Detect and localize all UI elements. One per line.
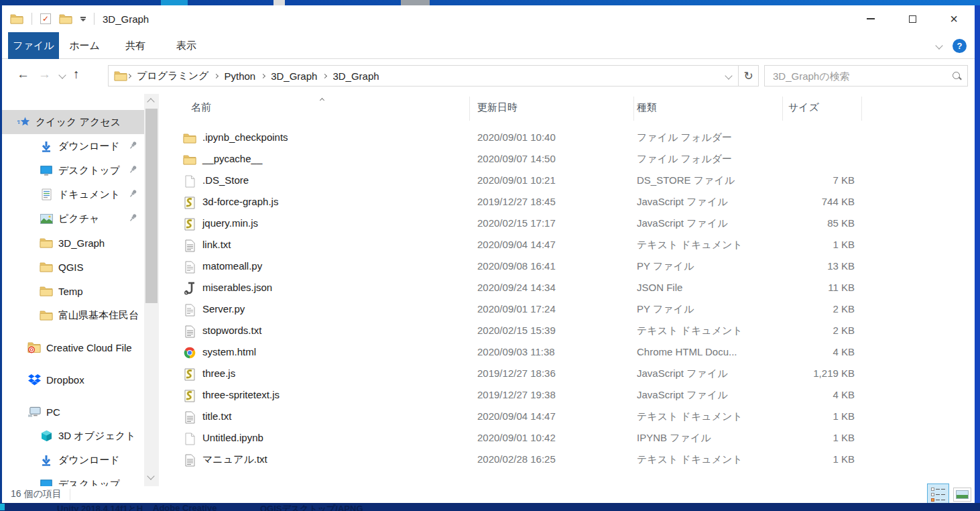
file-row[interactable]: マニュアル.txt2020/02/28 16:25テキスト ドキュメント1 KB xyxy=(161,449,975,471)
sidebar-item-label: 3D_Graph xyxy=(58,237,105,249)
pc-icon xyxy=(27,405,41,418)
sidebar-item-デスクトップ[interactable]: デスクトップ xyxy=(2,158,144,182)
tab-share[interactable]: 共有 xyxy=(110,32,161,59)
chevron-right-icon[interactable] xyxy=(127,73,131,78)
breadcrumb-segment[interactable]: 3D_Graph xyxy=(332,70,379,82)
file-row[interactable]: title.txt2020/09/04 14:47テキスト ドキュメント1 KB xyxy=(161,406,975,428)
sidebar-item-ダウンロード[interactable]: ダウンロード xyxy=(2,448,144,472)
breadcrumb-segment[interactable]: Python xyxy=(224,70,255,82)
up-button[interactable]: ↑ xyxy=(73,67,80,82)
desktop-top-strip xyxy=(0,0,980,5)
column-header-size[interactable]: サイズ xyxy=(788,101,819,114)
tab-view[interactable]: 表示 xyxy=(161,32,212,59)
breadcrumb-segment[interactable]: プログラミング xyxy=(137,70,208,82)
file-list: 名前 更新日時 種類 サイズ .ipynb_checkpoints2020/09… xyxy=(161,94,975,486)
search-input[interactable] xyxy=(773,70,952,82)
minimize-button[interactable] xyxy=(850,5,892,32)
file-size: 1 KB xyxy=(755,432,855,443)
column-divider[interactable] xyxy=(469,97,470,121)
file-row[interactable]: three.js2019/12/27 18:36JavaScript ファイル1… xyxy=(161,363,975,385)
customize-toolbar-caret-icon[interactable] xyxy=(80,19,86,21)
separator xyxy=(70,489,70,500)
file-name: link.txt xyxy=(202,239,231,250)
chevron-right-icon[interactable] xyxy=(261,73,265,78)
file-row[interactable]: Server.py2020/09/01 17:24PY ファイル2 KB xyxy=(161,299,975,321)
address-dropdown-button[interactable] xyxy=(719,66,738,86)
sidebar-item-ピクチャ[interactable]: ピクチャ xyxy=(2,207,144,231)
sidebar-item-3D_Graph[interactable]: 3D_Graph xyxy=(2,231,144,255)
refresh-button[interactable]: ↻ xyxy=(738,66,758,86)
file-row[interactable]: miserables.json2020/09/24 14:34JSON File… xyxy=(161,278,975,299)
collapse-ribbon-chevron-icon[interactable] xyxy=(935,42,942,49)
desktop-right-strip xyxy=(975,5,980,503)
search-icon[interactable] xyxy=(952,71,962,81)
chevron-right-icon[interactable] xyxy=(214,73,219,78)
sidebar-item-デスクトップ[interactable]: デスクトップ xyxy=(2,472,144,486)
folder-icon xyxy=(114,69,127,82)
sidebar-item-Creative Cloud File[interactable]: Creative Cloud File xyxy=(2,335,144,359)
file-row[interactable]: three-spritetext.js2019/12/27 19:38JavaS… xyxy=(161,385,975,406)
file-size: 85 KB xyxy=(755,217,855,229)
sidebar-item-3D オブジェクト[interactable]: 3D オブジェクト xyxy=(2,424,144,448)
address-bar[interactable]: プログラミングPython3D_Graph3D_Graph ↻ xyxy=(108,65,759,87)
column-divider[interactable] xyxy=(633,97,634,121)
sidebar-item-Dropbox[interactable]: Dropbox xyxy=(2,367,144,392)
properties-check-icon[interactable]: ✓ xyxy=(40,13,51,24)
sidebar-item-ダウンロード[interactable]: ダウンロード xyxy=(2,134,144,158)
column-header-date[interactable]: 更新日時 xyxy=(477,101,517,114)
large-icons-view-button[interactable] xyxy=(953,488,971,502)
column-divider[interactable] xyxy=(782,97,783,121)
file-row[interactable]: system.html2020/09/03 11:38Chrome HTML D… xyxy=(161,342,975,363)
pin-icon xyxy=(129,141,138,152)
file-date-modified: 2019/12/27 19:38 xyxy=(477,389,556,400)
scroll-down-icon[interactable] xyxy=(147,472,154,479)
sidebar-item-QGIS[interactable]: QGIS xyxy=(2,255,144,279)
ribbon-tab-row: ファイルホーム共有表示 ? xyxy=(2,32,975,59)
sidebar-item-富山県基本住民台[interactable]: 富山県基本住民台 xyxy=(2,303,144,327)
sidebar-item-label: 3D オブジェクト xyxy=(58,430,135,443)
chevron-right-icon[interactable] xyxy=(322,73,327,78)
file-date-modified: 2020/02/15 15:39 xyxy=(477,325,556,336)
close-button[interactable]: × xyxy=(933,5,975,32)
scroll-up-icon[interactable] xyxy=(147,98,154,105)
folder-icon xyxy=(40,308,53,322)
file-date-modified: 2020/09/01 10:21 xyxy=(477,174,556,186)
file-row[interactable]: stopwords.txt2020/02/15 15:39テキスト ドキュメント… xyxy=(161,321,975,342)
sidebar-scrollbar[interactable] xyxy=(144,94,159,486)
file-row[interactable]: matomeall.py2020/09/08 16:41PY ファイル13 KB xyxy=(161,256,975,278)
file-row[interactable]: .DS_Store2020/09/01 10:21DS_STORE ファイル7 … xyxy=(161,170,975,192)
help-icon[interactable]: ? xyxy=(953,39,967,53)
back-button[interactable]: ← xyxy=(17,67,29,82)
column-header-type[interactable]: 種類 xyxy=(637,101,657,114)
sidebar-item-ドキュメント[interactable]: ドキュメント xyxy=(2,182,144,207)
sidebar-item-Temp[interactable]: Temp xyxy=(2,279,144,303)
status-bar: 16 個の項目 xyxy=(2,486,975,503)
column-header-name[interactable]: 名前 xyxy=(191,101,211,114)
recent-locations-chevron-icon[interactable] xyxy=(58,71,66,78)
search-box[interactable] xyxy=(764,65,968,87)
breadcrumb-segment[interactable]: 3D_Graph xyxy=(271,70,317,82)
file-row[interactable]: .ipynb_checkpoints2020/09/01 10:40ファイル フ… xyxy=(161,127,975,149)
file-row[interactable]: 3d-force-graph.js2019/12/27 18:45JavaScr… xyxy=(161,192,975,213)
sort-ascending-caret-icon[interactable] xyxy=(320,93,324,104)
scrollbar-thumb[interactable] xyxy=(145,109,158,303)
file-row[interactable]: jquery.min.js2020/02/15 17:17JavaScript … xyxy=(161,213,975,235)
folder-icon xyxy=(10,12,23,25)
file-date-modified: 2020/09/01 10:40 xyxy=(477,131,556,143)
column-divider[interactable] xyxy=(861,97,862,121)
file-row[interactable]: Untitled.ipynb2020/09/01 10:42IPYNB ファイル… xyxy=(161,428,975,449)
maximize-button[interactable] xyxy=(892,5,933,32)
file-size: 2 KB xyxy=(755,325,855,336)
sidebar-item-label: クイック アクセス xyxy=(36,116,121,129)
tab-home[interactable]: ホーム xyxy=(59,32,110,59)
screen: ✓ 3D_Graph × ファイルホーム共有表示 ? ← → xyxy=(0,0,980,511)
forward-button[interactable]: → xyxy=(38,67,51,82)
file-row[interactable]: link.txt2020/09/04 14:47テキスト ドキュメント1 KB xyxy=(161,235,975,256)
file-row[interactable]: __pycache__2020/09/07 14:50ファイル フォルダー xyxy=(161,149,975,170)
sidebar-item-PC[interactable]: PC xyxy=(2,400,144,424)
tab-file[interactable]: ファイル xyxy=(8,32,59,59)
sidebar-item-クイック アクセス[interactable]: クイック アクセス xyxy=(2,110,144,134)
quick-access-toolbar: ✓ 3D_Graph xyxy=(10,5,149,32)
explorer-window: ✓ 3D_Graph × ファイルホーム共有表示 ? ← → xyxy=(2,5,975,503)
new-folder-icon[interactable] xyxy=(59,12,72,25)
